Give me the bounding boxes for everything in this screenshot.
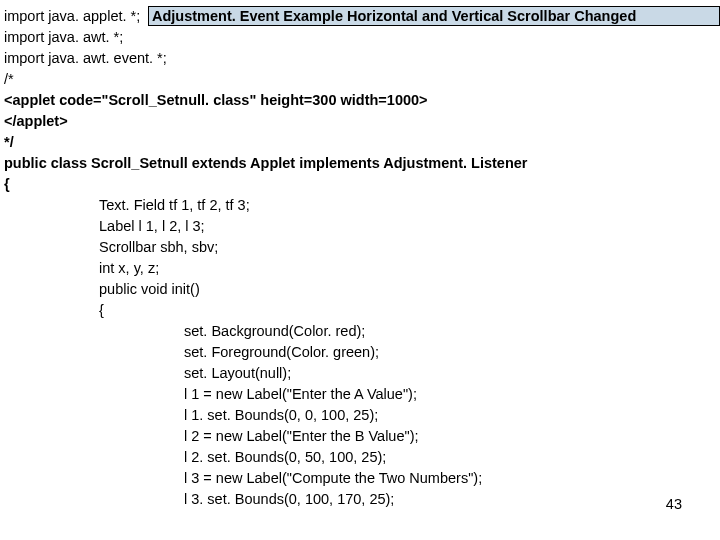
code-line: l 3 = new Label("Compute the Two Numbers…	[4, 468, 527, 489]
code-line: l 1 = new Label("Enter the A Value");	[4, 384, 527, 405]
code-line: Text. Field tf 1, tf 2, tf 3;	[4, 195, 527, 216]
code-line: int x, y, z;	[4, 258, 527, 279]
code-line: </applet>	[4, 111, 527, 132]
code-line: l 2 = new Label("Enter the B Value");	[4, 426, 527, 447]
code-line: import java. applet. *;	[4, 6, 527, 27]
code-line: set. Background(Color. red);	[4, 321, 527, 342]
code-block: import java. applet. *; import java. awt…	[4, 6, 527, 510]
page-number: 43	[666, 496, 682, 512]
slide-page: Adjustment. Event Example Horizontal and…	[0, 0, 720, 540]
code-line: l 2. set. Bounds(0, 50, 100, 25);	[4, 447, 527, 468]
code-line: {	[4, 300, 527, 321]
code-line: {	[4, 174, 527, 195]
code-line: Scrollbar sbh, sbv;	[4, 237, 527, 258]
code-line: */	[4, 132, 527, 153]
code-line: set. Foreground(Color. green);	[4, 342, 527, 363]
code-line: l 3. set. Bounds(0, 100, 170, 25);	[4, 489, 527, 510]
code-line: set. Layout(null);	[4, 363, 527, 384]
code-line: /*	[4, 69, 527, 90]
code-line: Label l 1, l 2, l 3;	[4, 216, 527, 237]
code-line: import java. awt. event. *;	[4, 48, 527, 69]
code-line: import java. awt. *;	[4, 27, 527, 48]
code-line: public void init()	[4, 279, 527, 300]
code-line: public class Scroll_Setnull extends Appl…	[4, 153, 527, 174]
code-line: l 1. set. Bounds(0, 0, 100, 25);	[4, 405, 527, 426]
code-line: <applet code="Scroll_Setnull. class" hei…	[4, 90, 527, 111]
